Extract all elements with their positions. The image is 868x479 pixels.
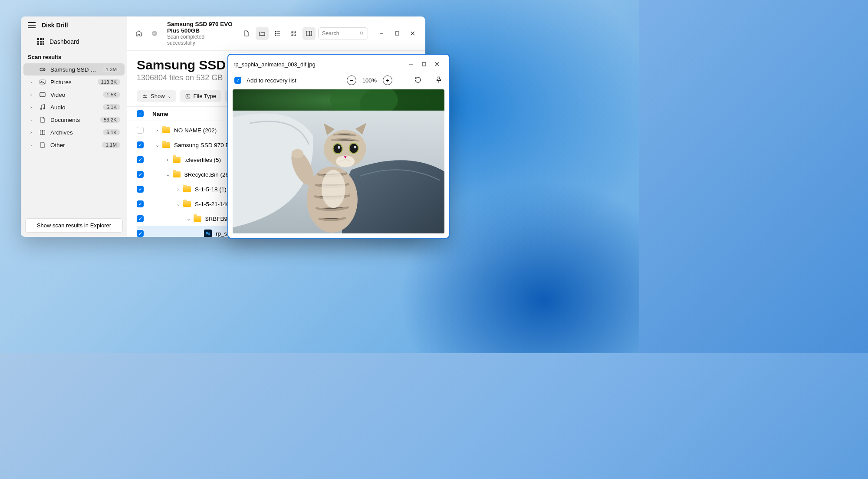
add-to-recovery-label: Add to recovery list — [247, 77, 296, 84]
picture-icon — [39, 79, 46, 85]
sidebar-item-count: 5.1K — [103, 104, 120, 110]
sidebar-item-label: Documents — [50, 117, 96, 123]
add-to-recovery-checkbox[interactable] — [234, 77, 241, 84]
photoshop-file-icon: Ps — [204, 229, 212, 237]
revert-icon[interactable] — [414, 76, 422, 85]
folder-icon — [183, 200, 191, 208]
grid-view-icon[interactable] — [287, 27, 300, 40]
svg-rect-16 — [306, 31, 312, 36]
svg-point-17 — [360, 32, 362, 34]
dashboard-label: Dashboard — [49, 38, 79, 45]
svg-rect-21 — [186, 94, 190, 98]
preview-titlebar: rp_sophia_animated_003_dif.jpg — [228, 55, 449, 74]
sidebar-item-count: 53.2K — [100, 117, 120, 123]
minimize-button[interactable] — [374, 27, 389, 40]
topbar-title: Samsung SSD 970 EVO Plus 500GB — [167, 21, 234, 34]
show-filter-button[interactable]: Show ⌄ — [137, 90, 176, 102]
archive-icon — [39, 129, 46, 136]
chevron-down-icon[interactable]: ⌄ — [175, 201, 181, 207]
row-checkbox[interactable] — [137, 200, 144, 207]
sidebar-item-drive[interactable]: Samsung SSD 970 EVO...1.3M — [23, 63, 125, 75]
preview-window: rp_sophia_animated_003_dif.jpg Add to re… — [227, 54, 450, 239]
topbar-subtitle: Scan completed successfully — [167, 34, 234, 46]
hamburger-icon[interactable] — [28, 22, 36, 28]
row-checkbox[interactable] — [137, 127, 144, 134]
sidebar-item-label: Audio — [50, 104, 99, 111]
document-icon — [39, 116, 46, 123]
sidebar: Disk Drill Dashboard Scan results Samsun… — [21, 16, 127, 237]
chevron-down-icon[interactable]: ⌄ — [154, 142, 160, 148]
topbar-title-block: Samsung SSD 970 EVO Plus 500GB Scan comp… — [164, 21, 237, 46]
show-filter-label: Show — [151, 93, 165, 99]
sidebar-header: Disk Drill — [21, 16, 127, 34]
folder-icon — [162, 141, 171, 149]
svg-point-39 — [322, 170, 345, 208]
other-icon — [39, 141, 46, 148]
sidebar-footer: Show scan results in Explorer — [21, 214, 127, 237]
sidebar-item-audio[interactable]: ›Audio5.1K — [23, 101, 125, 113]
sidebar-section-header: Scan results — [21, 49, 127, 63]
preview-close-button[interactable] — [431, 58, 444, 70]
list-view-icon[interactable] — [271, 27, 284, 40]
file-type-icon — [185, 93, 191, 99]
chevron-down-icon: ⌄ — [168, 94, 171, 98]
search-box[interactable] — [318, 27, 368, 39]
file-type-filter-button[interactable]: File Type — [180, 90, 222, 102]
row-checkbox[interactable] — [137, 215, 144, 222]
preview-maximize-button[interactable] — [418, 58, 431, 70]
svg-rect-12 — [291, 31, 293, 33]
folder-view-icon[interactable] — [256, 27, 269, 40]
row-checkbox[interactable] — [137, 230, 144, 237]
sidebar-item-picture[interactable]: ›Pictures113.3K — [23, 76, 125, 88]
zoom-out-button[interactable]: − — [347, 75, 356, 85]
show-in-explorer-button[interactable]: Show scan results in Explorer — [25, 218, 123, 233]
preview-panel-icon[interactable] — [302, 27, 316, 40]
sidebar-item-count: 1.1M — [102, 142, 120, 148]
sidebar-item-archive[interactable]: ›Archives6.1K — [23, 126, 125, 138]
row-checkbox[interactable] — [137, 186, 144, 193]
sidebar-item-label: Pictures — [50, 79, 93, 85]
maximize-button[interactable] — [390, 27, 404, 40]
home-icon[interactable] — [132, 27, 145, 40]
pin-icon[interactable] — [435, 76, 443, 85]
video-icon — [39, 91, 46, 98]
close-button[interactable] — [405, 27, 420, 40]
row-checkbox[interactable] — [137, 156, 144, 163]
folder-icon — [172, 155, 181, 164]
zoom-in-button[interactable]: + — [383, 75, 392, 85]
chevron-right-icon[interactable]: › — [154, 128, 160, 133]
window-controls — [374, 27, 420, 40]
search-input[interactable] — [322, 30, 357, 36]
svg-rect-15 — [294, 34, 296, 36]
row-checkbox[interactable] — [137, 141, 144, 148]
name-column-header[interactable]: Name — [152, 111, 168, 117]
chevron-down-icon[interactable]: ⌄ — [185, 216, 191, 222]
sidebar-item-document[interactable]: ›Documents53.2K — [23, 114, 125, 126]
audio-icon — [39, 104, 46, 111]
svg-point-5 — [40, 108, 42, 110]
chevron-right-icon[interactable]: › — [164, 157, 171, 162]
select-all-checkbox[interactable] — [137, 110, 144, 117]
sidebar-item-count: 6.1K — [103, 129, 120, 135]
folder-icon — [162, 126, 171, 135]
folder-icon — [183, 185, 191, 194]
chevron-down-icon[interactable]: ⌄ — [164, 172, 171, 177]
preview-filename: rp_sophia_animated_003_dif.jpg — [233, 61, 316, 68]
file-type-label: File Type — [194, 93, 217, 99]
svg-rect-13 — [294, 31, 296, 33]
sidebar-item-other[interactable]: ›Other1.1M — [23, 139, 125, 151]
preview-minimize-button[interactable] — [404, 58, 418, 70]
sidebar-item-label: Video — [50, 92, 99, 98]
sliders-icon — [142, 93, 148, 99]
row-name: .cleverfiles (5) — [184, 157, 221, 163]
svg-point-9 — [275, 31, 276, 32]
sidebar-item-video[interactable]: ›Video1.5K — [23, 89, 125, 101]
preview-toolbar: Add to recovery list − 100% + — [228, 74, 449, 89]
status-check-icon — [148, 27, 161, 40]
svg-point-34 — [338, 146, 340, 149]
row-name: $Recycle.Bin (263) — [184, 171, 234, 178]
file-icon[interactable] — [240, 27, 253, 40]
row-checkbox[interactable] — [137, 171, 144, 178]
chevron-right-icon[interactable]: › — [175, 187, 181, 192]
dashboard-nav[interactable]: Dashboard — [21, 34, 127, 49]
